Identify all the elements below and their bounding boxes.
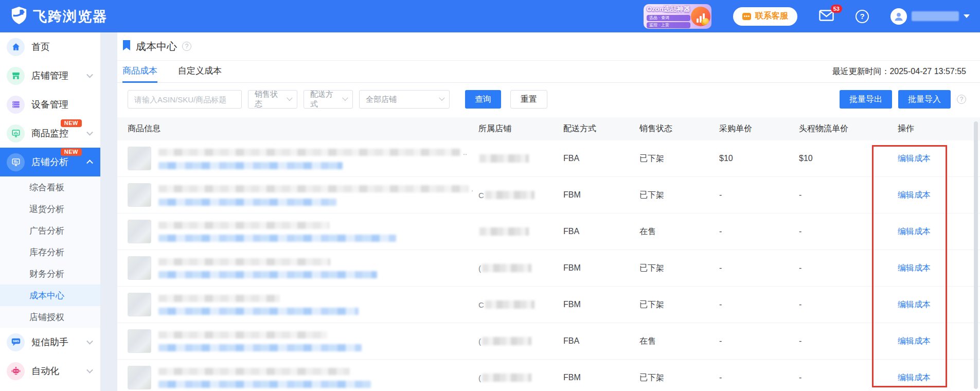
edit-cost-link[interactable]: 编辑成本 [898,336,931,347]
purchase-price-value: - [719,190,799,200]
monitor-chart-icon [7,125,25,143]
sidebar-item-home[interactable]: 首页 [0,32,100,61]
store-name-prefix: C [478,300,484,309]
reset-button[interactable]: 重置 [510,90,547,109]
blurred-product-link[interactable] [158,381,371,388]
new-badge: NEW [61,119,82,127]
sidebar-item-product-monitoring[interactable]: 商品监控 NEW [0,119,100,148]
promo-subtitle-2: 监控 · 上货 [647,22,690,28]
delivery-select-label: 配送方式 [310,90,339,109]
sidebar-item-label: 短信助手 [31,336,68,348]
import-help-icon[interactable]: ? [957,95,966,104]
search-input[interactable] [128,90,242,109]
sidebar-item-label: 店铺分析 [31,156,68,168]
analysis-monitor-icon [7,153,25,171]
blurred-product-link[interactable] [158,162,343,169]
product-thumbnail [128,220,151,243]
sidebar-item-device-management[interactable]: 设备管理 [0,90,100,119]
edit-cost-link[interactable]: 编辑成本 [898,299,931,310]
column-header-status: 销售状态 [639,123,719,134]
store-select[interactable]: 全部店铺 [359,90,450,109]
tab-product-cost[interactable]: 商品成本 [122,61,157,83]
sidebar-item-label: 首页 [31,41,50,53]
edit-cost-link[interactable]: 编辑成本 [898,190,931,201]
tabs-bar: 商品成本 自定义成本 最近更新时间：2025-04-27 13:57:55 [117,61,980,83]
column-header-logistics-price: 头程物流单价 [799,123,898,134]
blurred-product-title [158,258,330,265]
blurred-store-name [479,227,529,236]
blurred-store-name [482,337,531,345]
batch-export-button[interactable]: 批量导出 [840,90,892,109]
delivery-method-select[interactable]: 配送方式 [304,90,353,109]
store-name-prefix: C [478,191,484,200]
sidebar-subitem-cost-center[interactable]: 成本中心 [0,285,100,306]
store-name-prefix: ( [478,264,481,273]
page-help-icon[interactable]: ? [182,42,191,51]
user-account-menu[interactable] [890,8,970,25]
delivery-method-value: FBA [563,336,639,346]
shield-icon [10,6,28,27]
blurred-store-name [479,154,529,163]
chevron-down-icon [439,95,444,101]
blurred-store-name [482,374,531,382]
vertical-scrollbar[interactable] [974,121,978,389]
sale-status-value: 已下架 [639,372,719,383]
blurred-product-title [158,331,327,339]
edit-cost-link[interactable]: 编辑成本 [898,226,931,237]
chevron-down-icon [86,367,93,374]
sidebar-subitem-return-analysis[interactable]: 退货分析 [0,198,100,220]
subitem-label: 库存分析 [29,246,64,258]
ozon-promo-banner[interactable]: Ozon选品神器 选品 · 查词 监控 · 上货 [644,4,711,29]
question-circle-icon: ? [860,12,864,21]
sidebar-item-label: 商品监控 [31,127,68,139]
product-thumbnail [128,293,151,316]
sidebar: 首页 店铺管理 设备管理 商品监控 NEW 店铺分析 NEW 综合看板 退货分析… [0,32,100,391]
blurred-product-link[interactable] [158,271,377,278]
blurred-product-link[interactable] [158,344,362,351]
messages-button[interactable]: 53 [819,10,834,23]
blurred-store-name [485,191,534,199]
query-button[interactable]: 查询 [465,90,501,109]
product-info-cell [128,220,478,243]
sale-status-select[interactable]: 销售状态 [248,90,297,109]
purchase-price-value: - [719,227,799,236]
sidebar-subitem-ad-analysis[interactable]: 广告分析 [0,220,100,241]
logistics-price-value: - [799,300,898,309]
table-row: . C FBM 已下架 - - 编辑成本 [117,177,980,214]
blurred-product-link[interactable] [158,235,396,242]
sidebar-item-store-management[interactable]: 店铺管理 [0,61,100,90]
delivery-method-value: FBM [563,300,639,309]
bar-chart-icon [691,7,710,26]
contact-support-button[interactable]: 联系客服 [733,7,797,26]
batch-import-button[interactable]: 批量导入 [898,90,951,109]
chevron-up-icon [86,159,93,166]
chevron-down-icon [86,72,93,78]
store-name-prefix: ( [478,374,481,382]
purchase-price-value: $10 [719,154,799,163]
edit-cost-link[interactable]: 编辑成本 [898,153,931,164]
blurred-product-link[interactable] [158,308,359,315]
table-row: FBA 在售 - - 编辑成本 [117,214,980,250]
tab-custom-cost[interactable]: 自定义成本 [178,61,222,83]
sidebar-subitem-inventory-analysis[interactable]: 库存分析 [0,241,100,263]
chevron-down-icon [343,95,348,101]
chevron-down-icon [86,338,93,345]
subitem-label: 综合看板 [29,182,64,193]
sidebar-item-label: 设备管理 [31,98,68,111]
sidebar-item-store-analysis[interactable]: 店铺分析 NEW [0,148,100,176]
help-button[interactable]: ? [856,10,869,23]
contact-support-label: 联系客服 [755,11,788,22]
blurred-product-link[interactable] [158,199,336,206]
main-area: 成本中心 ? 商品成本 自定义成本 最近更新时间：2025-04-27 13:5… [100,32,980,391]
sms-bubble-icon: SMS [7,333,25,351]
product-thumbnail [128,366,151,389]
sidebar-subitem-finance-analysis[interactable]: 财务分析 [0,263,100,285]
sidebar-item-automation[interactable]: 自动化 [0,357,100,385]
sidebar-item-sms-assistant[interactable]: SMS 短信助手 [0,328,100,357]
edit-cost-link[interactable]: 编辑成本 [898,372,931,383]
product-thumbnail [128,256,151,280]
edit-cost-link[interactable]: 编辑成本 [898,263,931,274]
sale-status-value: 已下架 [639,153,719,164]
sidebar-subitem-overview-board[interactable]: 综合看板 [0,176,100,198]
sidebar-subitem-store-authorization[interactable]: 店铺授权 [0,306,100,328]
